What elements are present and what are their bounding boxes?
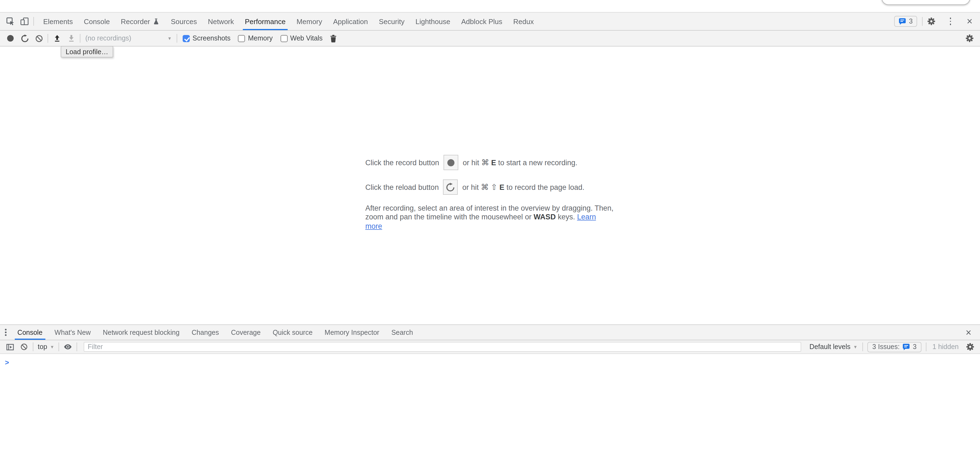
checkbox-unchecked-icon <box>238 35 245 42</box>
reload-record-button[interactable] <box>18 32 32 45</box>
drawer-more-tools-kebab-icon[interactable] <box>0 325 11 340</box>
chevron-down-icon: ▼ <box>167 36 172 41</box>
memory-checkbox[interactable]: Memory <box>238 35 273 42</box>
separator <box>33 343 33 351</box>
tab-console[interactable]: Console <box>78 13 115 30</box>
separator <box>926 343 926 351</box>
drawer-tab-search[interactable]: Search <box>385 325 419 340</box>
reload-button-illustration[interactable] <box>443 179 458 195</box>
inspect-element-icon[interactable] <box>3 15 18 28</box>
performance-toolbar: (no recordings) ▼ Screenshots Memory Web… <box>0 30 980 46</box>
issues-count: 3 <box>909 18 913 25</box>
e-key-symbol: E <box>491 159 496 167</box>
record-button-illustration[interactable] <box>444 155 458 170</box>
tab-network[interactable]: Network <box>202 13 239 30</box>
page-top-strip <box>0 0 980 12</box>
performance-panel-body: Click the record button or hit ⌘ E to st… <box>0 46 980 324</box>
tab-lighthouse[interactable]: Lighthouse <box>410 13 455 30</box>
show-console-sidebar-icon[interactable] <box>3 340 17 354</box>
live-expression-eye-icon[interactable] <box>61 340 75 354</box>
record-button[interactable] <box>3 32 18 45</box>
drawer-tab-network-request-blocking[interactable]: Network request blocking <box>97 325 186 340</box>
console-settings-gear-icon[interactable] <box>963 340 977 354</box>
tab-performance[interactable]: Performance <box>240 13 291 30</box>
save-profile-button[interactable] <box>64 32 78 45</box>
separator <box>59 343 59 351</box>
console-prompt-row[interactable]: > <box>0 354 980 367</box>
reload-instruction-line: Click the reload button or hit ⌘ ⇧ E to … <box>365 179 615 195</box>
chat-bubble-icon <box>902 343 910 351</box>
separator <box>177 34 177 43</box>
timeline-hint-text: After recording, select an area of inter… <box>365 204 615 231</box>
main-tabbar: Elements Console Recorder Sources Networ… <box>0 12 980 30</box>
cutoff-popup <box>881 0 970 5</box>
console-toolbar: top ▼ Default levels ▼ 3 Issues: <box>0 340 980 354</box>
clear-console-icon[interactable] <box>17 340 31 354</box>
device-toolbar-icon[interactable] <box>18 15 32 28</box>
clear-recordings-icon[interactable] <box>32 32 46 45</box>
separator <box>922 17 923 26</box>
hidden-messages-count: 1 hidden <box>928 343 963 351</box>
drawer-tab-quick-source[interactable]: Quick source <box>267 325 318 340</box>
web-vitals-checkbox[interactable]: Web Vitals <box>280 35 323 42</box>
log-levels-select[interactable]: Default levels ▼ <box>806 343 861 351</box>
devtools-window: Elements Console Recorder Sources Networ… <box>0 0 980 459</box>
tab-recorder[interactable]: Recorder <box>115 13 165 30</box>
load-profile-tooltip: Load profile… <box>61 46 113 57</box>
checkbox-unchecked-icon <box>280 35 287 42</box>
experiment-flask-icon <box>153 18 160 25</box>
chevron-down-icon: ▼ <box>50 344 54 349</box>
drawer-tab-coverage[interactable]: Coverage <box>225 325 267 340</box>
drawer-tabbar: Console What's New Network request block… <box>0 324 980 340</box>
cmd-key-symbol: ⌘ <box>481 183 488 191</box>
separator <box>33 17 34 26</box>
separator <box>77 343 77 351</box>
empty-state-instructions: Click the record button or hit ⌘ E to st… <box>365 46 615 231</box>
separator <box>48 34 48 43</box>
javascript-context-select[interactable]: top ▼ <box>35 343 57 351</box>
e-key-symbol: E <box>500 183 504 191</box>
issues-badge[interactable]: 3 <box>894 16 917 27</box>
cmd-key-symbol: ⌘ <box>481 158 489 167</box>
console-filter-input[interactable] <box>84 342 802 352</box>
drawer-tab-whats-new[interactable]: What's New <box>48 325 97 340</box>
console-prompt-chevron-icon: > <box>5 359 9 367</box>
more-options-kebab-icon[interactable] <box>939 15 963 28</box>
tab-application[interactable]: Application <box>328 13 373 30</box>
close-devtools-icon[interactable]: × <box>963 15 977 28</box>
screenshots-checkbox[interactable]: Screenshots <box>183 35 231 42</box>
drawer-tab-changes[interactable]: Changes <box>186 325 225 340</box>
capture-settings-gear-icon[interactable] <box>963 32 977 45</box>
console-issues-count: 3 <box>913 343 916 351</box>
settings-gear-icon[interactable] <box>924 15 939 28</box>
tab-elements[interactable]: Elements <box>38 13 78 30</box>
tab-sources[interactable]: Sources <box>165 13 202 30</box>
recordings-select[interactable]: (no recordings) ▼ <box>82 35 175 42</box>
chat-bubble-icon <box>899 18 906 25</box>
tab-security[interactable]: Security <box>374 13 410 30</box>
console-issues-button[interactable]: 3 Issues: 3 <box>867 342 921 352</box>
tab-memory[interactable]: Memory <box>291 13 328 30</box>
wasd-keys: WASD <box>533 213 555 221</box>
trash-icon[interactable] <box>326 32 341 45</box>
drawer-tab-console[interactable]: Console <box>11 325 49 340</box>
chevron-down-icon: ▼ <box>853 344 858 349</box>
console-messages-area[interactable]: > <box>0 354 980 459</box>
separator <box>862 343 863 351</box>
shift-key-symbol: ⇧ <box>491 183 497 191</box>
load-profile-button[interactable] <box>50 32 64 45</box>
close-drawer-icon[interactable]: × <box>961 326 975 339</box>
separator <box>80 34 80 43</box>
tab-adblock-plus[interactable]: Adblock Plus <box>456 13 508 30</box>
checkbox-checked-icon <box>183 35 190 42</box>
tab-redux[interactable]: Redux <box>508 13 539 30</box>
drawer-tab-memory-inspector[interactable]: Memory Inspector <box>318 325 385 340</box>
record-instruction-line: Click the record button or hit ⌘ E to st… <box>365 155 615 170</box>
